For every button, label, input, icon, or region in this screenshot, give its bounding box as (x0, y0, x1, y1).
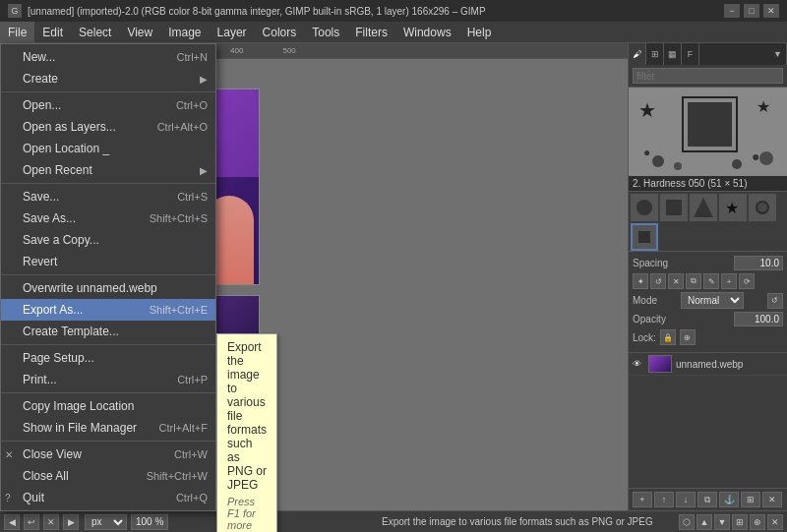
menu-open-recent[interactable]: Open Recent ▶ (1, 159, 215, 181)
panel-options-icon[interactable]: ▼ (769, 43, 787, 65)
menu-print[interactable]: Print... Ctrl+P (1, 369, 215, 390)
menu-new[interactable]: New... Ctrl+N (1, 46, 215, 68)
nav-delete-button[interactable]: ✕ (43, 514, 59, 530)
menu-windows[interactable]: Windows (395, 22, 459, 43)
refresh-icon[interactable]: ⟳ (739, 273, 755, 289)
brush-thumb-selected[interactable] (631, 223, 658, 251)
duplicate-brush-icon[interactable]: ⧉ (686, 273, 701, 289)
statusbar-icon-2[interactable]: ▲ (696, 514, 712, 530)
statusbar: ◀ ↩ ✕ ▶ px in mm 100 % Export the image … (0, 510, 787, 532)
menu-create[interactable]: Create ▶ (1, 68, 215, 89)
filter-input[interactable] (633, 68, 783, 84)
menu-image[interactable]: Image (160, 22, 209, 43)
close-button[interactable]: ✕ (763, 4, 779, 18)
mode-reset-icon[interactable]: ↺ (767, 293, 783, 309)
panel-tabs: 🖌 ⊞ ▦ F ▼ (629, 43, 787, 65)
menu-close-all[interactable]: Close All Shift+Ctrl+W (1, 465, 215, 487)
delete-brush-icon[interactable]: ✕ (668, 273, 684, 289)
panel-tab-brushes[interactable]: 🖌 (629, 43, 646, 65)
svg-text:●: ● (752, 148, 759, 164)
maximize-button[interactable]: □ (744, 4, 759, 18)
brush-thumb-1[interactable] (631, 194, 658, 221)
menu-layer[interactable]: Layer (210, 22, 255, 43)
layer-name: unnamed.webp (676, 359, 783, 370)
statusbar-right: ⬡ ▲ ▼ ⊞ ⊕ ✕ (679, 514, 783, 530)
menu-colors[interactable]: Colors (255, 22, 305, 43)
lock-position-icon[interactable]: ⊕ (680, 329, 696, 345)
menu-revert[interactable]: Revert (1, 251, 215, 272)
raise-layer-button[interactable]: ↑ (654, 492, 674, 507)
spacing-input[interactable] (734, 256, 783, 270)
separator-3 (1, 274, 215, 275)
tooltip-sub-text: Press F1 for more help. (227, 496, 267, 532)
duplicate-layer-button[interactable]: ⧉ (697, 492, 717, 507)
statusbar-icon-6[interactable]: ✕ (767, 514, 783, 530)
layer-item[interactable]: 👁 unnamed.webp (629, 353, 787, 376)
mode-select[interactable]: Normal Dissolve Multiply (681, 292, 744, 309)
menu-show-in-file-manager[interactable]: Show in File Manager Ctrl+Alt+F (1, 417, 215, 439)
svg-point-9 (732, 159, 742, 169)
right-panel: 🖌 ⊞ ▦ F ▼ ★ ★ ● ● (628, 43, 787, 510)
brush-thumb-3[interactable] (690, 194, 717, 221)
menu-tools[interactable]: Tools (304, 22, 347, 43)
svg-text:●: ● (643, 146, 650, 159)
minimize-button[interactable]: − (724, 4, 740, 18)
mode-label: Mode (633, 295, 657, 306)
statusbar-icon-5[interactable]: ⊕ (750, 514, 765, 530)
svg-point-15 (757, 202, 768, 213)
file-menu: New... Ctrl+N Create ▶ Open... Ctrl+O Op… (0, 43, 216, 511)
brush-thumb-2[interactable] (660, 194, 688, 221)
titlebar-title: [unnamed] (imported)-2.0 (RGB color 8-bi… (28, 6, 486, 17)
brush-thumb-5[interactable] (749, 194, 776, 221)
menu-open[interactable]: Open... Ctrl+O (1, 94, 215, 116)
menu-quit[interactable]: ? Quit Ctrl+Q (1, 487, 215, 508)
panel-tab-gradients[interactable]: ▦ (664, 43, 682, 65)
lock-alpha-icon[interactable]: 🔒 (660, 329, 676, 345)
separator-2 (1, 183, 215, 184)
separator-1 (1, 91, 215, 92)
menu-overwrite[interactable]: Overwrite unnamed.webp (1, 277, 215, 299)
menu-filters[interactable]: Filters (347, 22, 395, 43)
menu-export-as[interactable]: Export As... Shift+Ctrl+E (1, 299, 215, 321)
nav-prev-button[interactable]: ◀ (4, 514, 20, 530)
menu-help[interactable]: Help (459, 22, 500, 43)
reset-icon[interactable]: ↺ (650, 273, 666, 289)
merge-layers-button[interactable]: ⊞ (741, 492, 760, 507)
new-layer-button[interactable]: + (633, 492, 652, 507)
svg-text:★: ★ (725, 200, 739, 216)
menu-page-setup[interactable]: Page Setup... (1, 347, 215, 369)
panel-tab-fonts[interactable]: F (682, 43, 699, 65)
anchor-layer-button[interactable]: ⚓ (719, 492, 739, 507)
layer-visibility-icon[interactable]: 👁 (633, 359, 644, 369)
menu-edit[interactable]: Edit (34, 22, 71, 43)
menu-copy-image-location[interactable]: Copy Image Location (1, 395, 215, 417)
menu-close-view[interactable]: ✕ Close View Ctrl+W (1, 443, 215, 465)
edit-brush-icon[interactable]: ✎ (703, 273, 719, 289)
statusbar-icon-1[interactable]: ⬡ (679, 514, 695, 530)
delete-layer-button[interactable]: ✕ (762, 492, 782, 507)
menu-save-as[interactable]: Save As... Shift+Ctrl+S (1, 207, 215, 229)
separator-4 (1, 344, 215, 345)
menu-view[interactable]: View (119, 22, 160, 43)
statusbar-icon-3[interactable]: ▼ (714, 514, 730, 530)
menu-select[interactable]: Select (71, 22, 119, 43)
lower-layer-button[interactable]: ↓ (676, 492, 696, 507)
unit-select[interactable]: px in mm (85, 514, 127, 530)
nav-undo-button[interactable]: ↩ (24, 514, 39, 530)
menu-save[interactable]: Save... Ctrl+S (1, 186, 215, 207)
dynamics-icon[interactable]: ✦ (633, 273, 648, 289)
opacity-input[interactable] (734, 312, 783, 326)
menu-file[interactable]: File (0, 22, 34, 43)
svg-point-7 (652, 155, 664, 167)
menu-create-template[interactable]: Create Template... (1, 321, 215, 342)
brush-thumb-4[interactable]: ★ (719, 194, 747, 221)
menu-open-as-layers[interactable]: Open as Layers... Ctrl+Alt+O (1, 116, 215, 138)
spacing-label: Spacing (633, 258, 668, 268)
menu-open-location[interactable]: Open Location _ (1, 138, 215, 159)
menu-save-copy[interactable]: Save a Copy... (1, 229, 215, 251)
nav-next-button[interactable]: ▶ (63, 514, 79, 530)
panel-tab-patterns[interactable]: ⊞ (646, 43, 664, 65)
new-brush-icon[interactable]: + (721, 273, 737, 289)
menubar: File Edit Select View Image Layer Colors… (0, 22, 787, 43)
statusbar-icon-4[interactable]: ⊞ (732, 514, 748, 530)
